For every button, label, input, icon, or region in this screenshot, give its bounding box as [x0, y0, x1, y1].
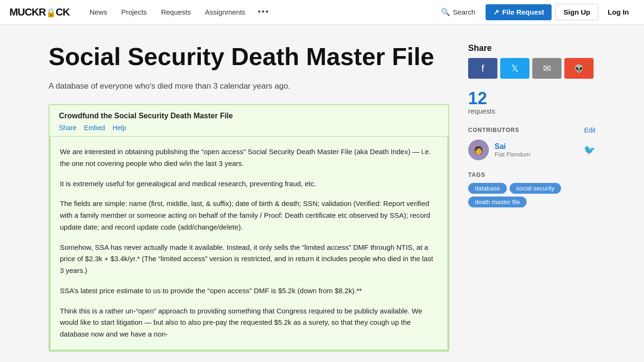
- email-icon: ✉: [543, 63, 551, 74]
- search-icon: 🔍: [441, 8, 450, 16]
- body-paragraph-4: Somehow, SSA has never actually made it …: [60, 242, 438, 277]
- search-label: Search: [453, 8, 476, 16]
- login-button[interactable]: Log In: [602, 4, 635, 20]
- facebook-icon: f: [481, 63, 484, 74]
- body-paragraph-6: Think this is a rather un-“open” approac…: [60, 305, 438, 340]
- header-actions: 🔍 Search ↗ File Request Sign Up Log In: [434, 4, 635, 20]
- tags-container: database social security death master fi…: [468, 183, 595, 207]
- file-request-icon: ↗: [493, 8, 499, 16]
- site-header: MUCKR🔒CK News Projects Requests Assignme…: [0, 0, 644, 25]
- sidebar: Share f 𝕏 ✉ 👽 12 requests C: [468, 43, 595, 352]
- tags-title: TAGS: [468, 172, 595, 178]
- crowdfund-title: Crowdfund the Social Security Death Mast…: [59, 112, 439, 120]
- page-subtitle: A database of everyone who's died more t…: [49, 82, 449, 91]
- avatar-text: 🧑: [474, 146, 483, 155]
- twitter-icon: 𝕏: [511, 63, 519, 74]
- contributor-subtitle: Fiat Fiendum: [495, 151, 578, 158]
- contributor-info: Sai Fiat Fiendum: [495, 142, 578, 158]
- share-label: Share: [468, 43, 595, 53]
- page-title: Social Security Death Master File: [49, 43, 449, 70]
- body-paragraph-2: It is extremely useful for genealogical …: [60, 178, 438, 190]
- tags-section: TAGS database social security death mast…: [468, 172, 595, 207]
- contributor-name[interactable]: Sai: [495, 142, 578, 151]
- crowdfund-share-link[interactable]: Share: [59, 124, 76, 132]
- signup-button[interactable]: Sign Up: [555, 4, 598, 20]
- tag-death-master-file[interactable]: death master file: [468, 197, 527, 207]
- crowdfund-box: Crowdfund the Social Security Death Mast…: [49, 104, 449, 352]
- requests-count: 12: [468, 90, 595, 107]
- share-facebook-button[interactable]: f: [468, 58, 497, 79]
- share-buttons: f 𝕏 ✉ 👽: [468, 58, 595, 79]
- nav-item-projects[interactable]: Projects: [116, 5, 152, 19]
- contributor-twitter-icon[interactable]: 🐦: [584, 144, 595, 156]
- nav-more-button[interactable]: •••: [254, 4, 273, 20]
- share-twitter-button[interactable]: 𝕏: [500, 58, 529, 79]
- contributor-row: 🧑 Sai Fiat Fiendum 🐦: [468, 140, 595, 160]
- share-email-button[interactable]: ✉: [532, 58, 561, 79]
- share-section: Share f 𝕏 ✉ 👽: [468, 43, 595, 79]
- crowdfund-help-link[interactable]: Help: [113, 124, 126, 132]
- contributors-section: CONTRIBUTORS Edit 🧑 Sai Fiat Fiendum 🐦: [468, 126, 595, 160]
- crowdfund-header: Crowdfund the Social Security Death Mast…: [50, 105, 448, 137]
- requests-label: requests: [468, 107, 595, 115]
- body-paragraph-5: SSA’s latest price estimate to us to pro…: [60, 285, 438, 297]
- tag-social-security[interactable]: social security: [510, 183, 561, 194]
- article-content: Social Security Death Master File A data…: [49, 43, 449, 352]
- reddit-icon: 👽: [574, 64, 584, 73]
- body-paragraph-3: The fields are simple: name (first, midd…: [60, 198, 438, 233]
- nav-item-assignments[interactable]: Assignments: [199, 5, 251, 19]
- contributors-title: CONTRIBUTORS: [468, 127, 519, 133]
- tag-database[interactable]: database: [468, 183, 507, 194]
- search-button[interactable]: 🔍 Search: [434, 5, 482, 19]
- file-request-button[interactable]: ↗ File Request: [486, 4, 552, 20]
- body-paragraph-1: We are interested in obtaining publishin…: [60, 146, 438, 170]
- main-nav: News Projects Requests Assignments •••: [84, 4, 434, 20]
- crowdfund-links: Share Embed Help: [59, 124, 439, 132]
- share-reddit-button[interactable]: 👽: [564, 58, 594, 79]
- crowdfund-embed-link[interactable]: Embed: [84, 124, 105, 132]
- nav-item-news[interactable]: News: [84, 5, 113, 19]
- main-container: Social Security Death Master File A data…: [39, 25, 605, 362]
- contributors-header: CONTRIBUTORS Edit: [468, 126, 595, 134]
- edit-contributors-link[interactable]: Edit: [584, 126, 595, 134]
- contributor-avatar: 🧑: [468, 140, 489, 160]
- article-body: We are interested in obtaining publishin…: [50, 137, 448, 351]
- nav-item-requests[interactable]: Requests: [155, 5, 196, 19]
- site-logo[interactable]: MUCKR🔒CK: [9, 6, 70, 18]
